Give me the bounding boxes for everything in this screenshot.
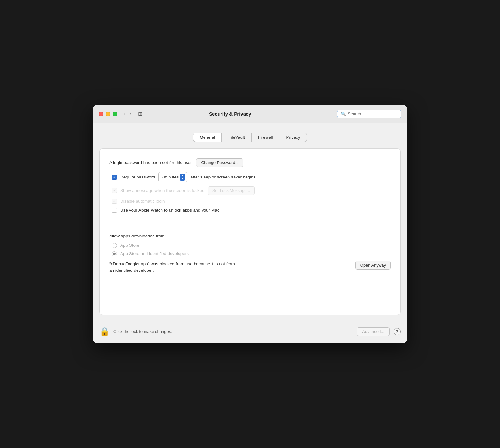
select-arrows-icon: ▲ ▼: [180, 174, 185, 181]
search-icon: 🔍: [341, 112, 346, 116]
tab-firewall[interactable]: Firewall: [252, 133, 280, 142]
password-section: A login password has been set for this u…: [109, 158, 391, 225]
app-store-developers-radio[interactable]: [112, 251, 117, 256]
allow-apps-title: Allow apps downloaded from:: [109, 234, 391, 238]
apple-watch-row: Use your Apple Watch to unlock apps and …: [112, 208, 391, 213]
disable-auto-login-checkbox[interactable]: [112, 199, 117, 204]
apple-watch-label: Use your Apple Watch to unlock apps and …: [120, 208, 219, 212]
set-lock-message-button[interactable]: Set Lock Message...: [208, 186, 255, 195]
app-store-radio-row: App Store: [112, 243, 391, 248]
app-store-developers-label: App Store and identified developers: [120, 251, 189, 256]
disable-auto-login-label: Disable automatic login: [120, 199, 165, 203]
content-area: General FileVault Firewall Privacy A log…: [93, 123, 407, 321]
password-row: A login password has been set for this u…: [109, 158, 391, 167]
show-lock-message-checkbox[interactable]: [112, 188, 117, 193]
main-window: ‹ › ⊞ Security & Privacy 🔍 General FileV…: [93, 105, 407, 343]
window-title: Security & Privacy: [127, 111, 333, 117]
password-timeout-select[interactable]: 5 minutes ▲ ▼: [158, 172, 187, 182]
require-password-row: Require password 5 minutes ▲ ▼ after sle…: [112, 172, 391, 182]
blocked-app-text: “xDebugToggler.app” was blocked from use…: [109, 261, 349, 274]
disable-auto-login-row: Disable automatic login: [112, 199, 391, 204]
password-description: A login password has been set for this u…: [109, 160, 192, 165]
tab-bar: General FileVault Firewall Privacy: [99, 133, 401, 142]
apple-watch-checkbox[interactable]: [112, 208, 117, 213]
app-store-radio[interactable]: [112, 243, 117, 248]
close-button[interactable]: [99, 112, 103, 116]
minimize-button[interactable]: [106, 112, 110, 116]
tab-filevault[interactable]: FileVault: [222, 133, 252, 142]
maximize-button[interactable]: [113, 112, 117, 116]
back-button[interactable]: ‹: [122, 111, 127, 117]
show-lock-message-row: Show a message when the screen is locked…: [112, 186, 391, 195]
search-input[interactable]: [348, 112, 398, 116]
footer: 🔒 Click the lock to make changes. Advanc…: [93, 321, 407, 343]
app-store-developers-radio-row: App Store and identified developers: [112, 251, 391, 256]
require-password-label: Require password: [120, 175, 155, 179]
search-box[interactable]: 🔍: [337, 110, 401, 118]
app-store-label: App Store: [120, 243, 139, 248]
change-password-button[interactable]: Change Password...: [196, 158, 243, 167]
require-password-checkbox[interactable]: [112, 175, 117, 180]
tab-general[interactable]: General: [193, 133, 222, 142]
advanced-button[interactable]: Advanced...: [357, 327, 390, 336]
general-panel: A login password has been set for this u…: [99, 148, 401, 315]
blocked-app-row: “xDebugToggler.app” was blocked from use…: [109, 261, 391, 274]
show-lock-message-label: Show a message when the screen is locked: [120, 188, 204, 193]
traffic-lights: [99, 112, 117, 116]
tab-privacy[interactable]: Privacy: [279, 133, 307, 142]
password-timeout-value: 5 minutes: [161, 175, 179, 179]
allow-apps-section: Allow apps downloaded from: App Store Ap…: [109, 234, 391, 274]
lock-label: Click the lock to make changes.: [113, 329, 353, 334]
lock-icon[interactable]: 🔒: [99, 327, 110, 336]
help-button[interactable]: ?: [394, 328, 401, 335]
open-anyway-button[interactable]: Open Anyway: [355, 261, 391, 270]
titlebar: ‹ › ⊞ Security & Privacy 🔍: [93, 105, 407, 123]
require-password-suffix: after sleep or screen saver begins: [190, 175, 255, 179]
